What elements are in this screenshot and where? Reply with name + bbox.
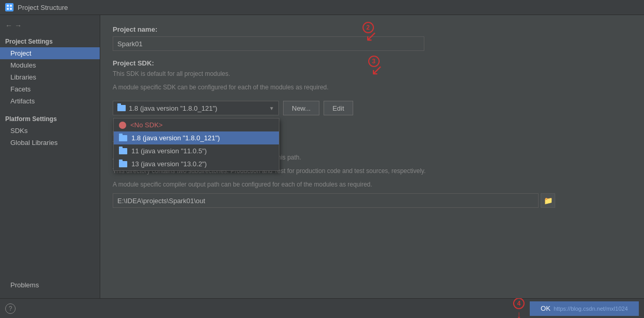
main-panel: Project name: Project SDK: This SDK is d… [100,15,644,298]
sidebar-item-project[interactable]: Project [0,47,100,59]
sidebar-item-modules[interactable]: Modules [0,59,100,71]
compiler-path-input[interactable] [113,193,539,208]
sidebar: ← → Project Settings Project Modules Lib… [0,15,100,298]
project-sdk-desc2: A module specific SDK can be configured … [113,83,632,92]
sidebar-item-artifacts[interactable]: Artifacts [0,95,100,107]
svg-rect-3 [10,8,12,10]
sidebar-item-global-libraries[interactable]: Global Libraries [0,137,100,149]
sdk-java13-label: 13 (java version "13.0.2") [131,160,207,168]
project-sdk-title: Project SDK: [113,59,632,67]
project-settings-header: Project Settings [0,35,100,47]
path-row: 📁 [113,193,632,208]
sdk-option-java18[interactable]: 1.8 (java version "1.8.0_121") [114,131,279,144]
sdk-dropdown[interactable]: 1.8 (java version "1.8.0_121") ▼ <No SDK… [113,101,279,115]
nav-arrows: ← → [0,19,100,35]
compiler-desc4: A module specific compiler output path c… [113,180,632,189]
svg-rect-1 [10,5,12,7]
sidebar-item-sdks[interactable]: SDKs [0,125,100,137]
annotation-4: 4 ↓ [513,298,525,319]
no-sdk-label: <No SDK> [130,121,163,129]
browse-button[interactable]: 📁 [541,193,555,208]
help-button[interactable]: ? [5,303,16,314]
project-sdk-desc1: This SDK is default for all project modu… [113,69,632,78]
bottom-bar: ? 4 ↓ OK https://blog.csdn.net/mxl1024 [0,298,644,318]
new-sdk-button[interactable]: New... [283,101,319,115]
url-text: https://blog.csdn.net/mxl1024 [554,306,628,312]
sdk-java13-icon [119,161,127,167]
svg-rect-2 [7,8,9,10]
project-name-input[interactable] [113,36,424,51]
sidebar-item-problems[interactable]: Problems [5,279,95,291]
sdk-option-java11[interactable]: 11 (java version "11.0.5") [114,144,279,157]
back-arrow[interactable]: ← [5,21,12,30]
sidebar-item-libraries[interactable]: Libraries [0,71,100,83]
dropdown-arrow-icon: ▼ [269,105,274,111]
edit-sdk-button[interactable]: Edit [324,101,353,115]
sidebar-bottom: Problems [0,276,100,294]
platform-settings-header: Platform Settings [0,112,100,125]
forward-arrow[interactable]: → [15,21,22,30]
window-title: Project Structure [18,4,68,11]
badge-4: 4 [513,298,525,309]
sdk-option-java13[interactable]: 13 (java version "13.0.2") [114,157,279,170]
project-structure-window: Project Structure ← → Project Settings P… [0,0,644,318]
sdk-row: 1.8 (java version "1.8.0_121") ▼ <No SDK… [113,97,632,119]
content-area: ← → Project Settings Project Modules Lib… [0,15,644,298]
no-sdk-icon [119,122,126,129]
sdk-java18-icon [119,135,127,141]
ok-button[interactable]: OK https://blog.csdn.net/mxl1024 [530,301,639,316]
sdk-dropdown-menu: <No SDK> 1.8 (java version "1.8.0_121") … [113,118,279,171]
sdk-option-no-sdk[interactable]: <No SDK> [114,118,279,131]
project-name-label: Project name: [113,25,632,33]
sidebar-item-facets[interactable]: Facets [0,83,100,95]
sdk-java18-label: 1.8 (java version "1.8.0_121") [131,134,220,142]
sdk-java11-label: 11 (java version "11.0.5") [131,147,207,155]
ok-label: OK [541,304,551,312]
sdk-java11-icon [119,148,127,154]
folder-browse-icon: 📁 [544,196,553,205]
arrow-4: ↓ [516,309,521,319]
title-bar: Project Structure [0,0,644,15]
sdk-selected-label: 1.8 (java version "1.8.0_121") [129,104,217,112]
window-icon [5,3,14,11]
folder-icon [117,105,126,111]
svg-rect-0 [7,5,9,7]
